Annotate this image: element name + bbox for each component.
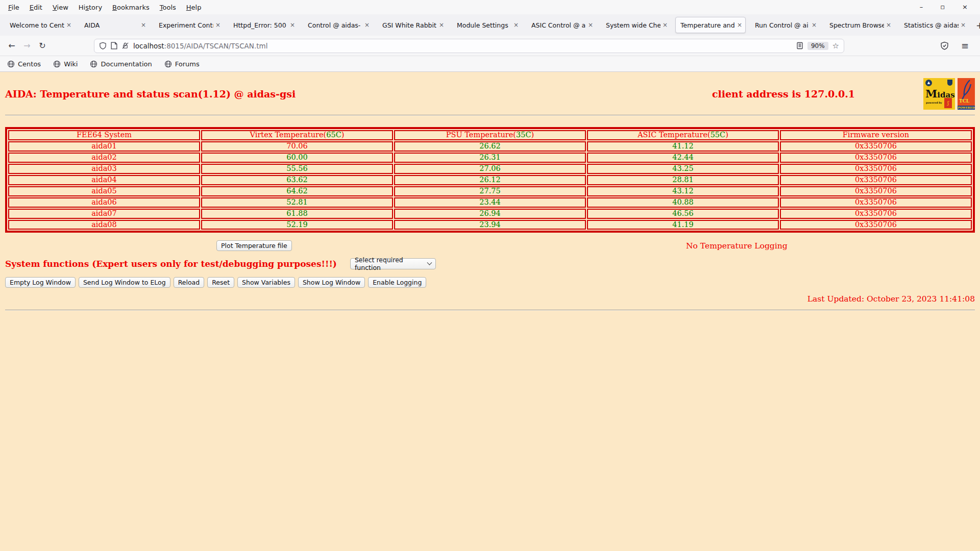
url-text[interactable]: localhost:8015/AIDA/TSCAN/TSCAN.tml (133, 42, 267, 50)
bookmarks-toolbar: Centos Wiki Documentation Forums (0, 56, 980, 72)
table-cell: aida06 (8, 197, 200, 208)
tab-label: Module Settings (457, 21, 511, 29)
tab-close-icon[interactable]: × (812, 21, 817, 29)
menu-help[interactable]: Help (181, 4, 207, 11)
tab-label: Httpd_Error: 500 (233, 21, 288, 29)
menu-edit[interactable]: Edit (24, 4, 47, 11)
tab-temperature-and[interactable]: Temperature and× (675, 17, 746, 33)
reload-button[interactable]: Reload (174, 277, 205, 288)
bookmark-label: Wiki (64, 60, 78, 68)
table-cell: 27.75 (394, 186, 586, 196)
tab-close-icon[interactable]: × (215, 21, 220, 29)
table-cell: 0x3350706 (780, 164, 972, 174)
reload-icon[interactable]: ↻ (35, 41, 50, 51)
tab-label: Control @ aidas- (308, 21, 362, 29)
tab-control-aidas[interactable]: Control @ aidas-× (303, 17, 373, 33)
new-tab-button[interactable]: + (971, 20, 980, 31)
tab-close-icon[interactable]: × (513, 21, 519, 29)
window-controls: –▫× (920, 0, 977, 14)
maximize-button[interactable]: ▫ (940, 0, 945, 14)
menu-bookmarks[interactable]: Bookmarks (107, 4, 155, 11)
menu-file[interactable]: File (3, 4, 24, 11)
table-cell: aida05 (8, 186, 200, 196)
menu-history[interactable]: History (74, 4, 107, 11)
navigation-toolbar: ← → ↻ localhost:8015/AIDA/TSCAN/TSCAN.tm… (0, 36, 980, 56)
tcl-powered-logo[interactable]: TCL POWERED (958, 78, 975, 110)
plot-temperature-button[interactable]: Plot Temperature file (216, 240, 292, 251)
plot-row: Plot Temperature file No Temperature Log… (5, 240, 975, 252)
tcl-logo-text: TCL (959, 98, 969, 104)
midas-logo[interactable]: ▲ Midas powered by ʃ (923, 78, 955, 110)
tab-close-icon[interactable]: × (663, 21, 668, 29)
tab-statistics-aidas[interactable]: Statistics @ aidas× (899, 17, 969, 33)
divider-top (5, 115, 975, 116)
show-variables-button[interactable]: Show Variables (237, 277, 295, 288)
tab-gsi-white-rabbit[interactable]: GSI White Rabbit× (377, 17, 448, 33)
tab-close-icon[interactable]: × (886, 21, 891, 29)
insecure-lock-icon[interactable] (121, 42, 129, 49)
tab-module-settings[interactable]: Module Settings× (452, 17, 522, 33)
tab-close-icon[interactable]: × (961, 21, 966, 29)
shield-check-icon[interactable] (940, 41, 949, 50)
send-log-window-to-elog-button[interactable]: Send Log Window to ELog (79, 277, 170, 288)
tab-close-icon[interactable]: × (439, 21, 444, 29)
bookmark-wiki[interactable]: Wiki (53, 60, 78, 68)
show-log-window-button[interactable]: Show Log Window (298, 277, 365, 288)
midas-feather-icon: ʃ (944, 98, 952, 108)
tracking-protection-shield-icon[interactable] (99, 42, 107, 49)
menu-view[interactable]: View (47, 4, 74, 11)
globe-icon (90, 60, 97, 68)
tab-close-icon[interactable]: × (66, 21, 71, 29)
app-menu-icon[interactable]: ≡ (961, 40, 969, 51)
bookmark-documentation[interactable]: Documentation (90, 60, 152, 68)
forward-icon[interactable]: → (19, 41, 35, 51)
reset-button[interactable]: Reset (207, 277, 234, 288)
midas-shield-icon (947, 80, 952, 86)
tab-label: Spectrum Browse (829, 21, 884, 29)
tab-asic-control-a[interactable]: ASIC Control @ a× (526, 17, 597, 33)
tab-welcome-to-cent[interactable]: Welcome to Cent× (5, 17, 75, 33)
bookmark-centos[interactable]: Centos (7, 60, 41, 68)
empty-log-window-button[interactable]: Empty Log Window (5, 277, 76, 288)
reader-mode-icon[interactable] (796, 42, 803, 49)
temperature-table: FEE64 SystemVirtex Temperature(65C)PSU T… (5, 127, 975, 233)
tab-httpd-error-500[interactable]: Httpd_Error: 500× (228, 17, 299, 33)
tab-close-icon[interactable]: × (364, 21, 370, 29)
back-icon[interactable]: ← (4, 41, 19, 51)
last-updated-row: Last Updated: October 23, 2023 11:41:08 (5, 294, 975, 304)
url-bar[interactable]: localhost:8015/AIDA/TSCAN/TSCAN.tml 90% … (94, 39, 844, 53)
globe-icon (7, 60, 15, 68)
tab-spectrum-browse[interactable]: Spectrum Browse× (824, 17, 895, 33)
action-buttons-row: Empty Log WindowSend Log Window to ELogR… (5, 277, 975, 288)
table-row: aida0260.0026.3142.440x3350706 (8, 153, 972, 163)
bookmark-forums[interactable]: Forums (164, 60, 200, 68)
tab-close-icon[interactable]: × (588, 21, 593, 29)
tab-close-icon[interactable]: × (141, 21, 146, 29)
tab-aida[interactable]: AIDA× (79, 17, 150, 33)
bookmark-star-icon[interactable]: ☆ (832, 41, 839, 51)
enable-logging-button[interactable]: Enable Logging (368, 277, 426, 288)
close-button[interactable]: × (962, 0, 968, 14)
function-select[interactable]: Select required function (350, 258, 436, 269)
url-path: :8015/AIDA/TSCAN/TSCAN.tml (164, 42, 268, 50)
table-cell: 52.81 (201, 197, 393, 208)
zoom-level-badge[interactable]: 90% (807, 42, 828, 50)
minimize-button[interactable]: – (920, 0, 923, 14)
column-header: Virtex Temperature(65C) (201, 130, 393, 140)
table-cell: 0x3350706 (780, 197, 972, 208)
table-cell: 70.06 (201, 141, 393, 152)
tab-system-wide-che[interactable]: System wide Che× (601, 17, 671, 33)
table-cell: 60.00 (201, 153, 393, 163)
tab-experiment-contr[interactable]: Experiment Contr× (154, 17, 224, 33)
system-functions-row: System functions (Expert users only for … (5, 258, 975, 269)
globe-icon (53, 60, 61, 68)
table-cell: 26.62 (394, 141, 586, 152)
page-info-icon[interactable] (111, 42, 117, 49)
menu-tools[interactable]: Tools (155, 4, 181, 11)
tab-close-icon[interactable]: × (737, 21, 742, 29)
tab-close-icon[interactable]: × (290, 21, 295, 29)
table-cell: 27.06 (394, 164, 586, 174)
tab-run-control-ai[interactable]: Run Control @ ai× (750, 17, 820, 33)
table-cell: 42.44 (587, 153, 779, 163)
table-cell: 0x3350706 (780, 209, 972, 219)
